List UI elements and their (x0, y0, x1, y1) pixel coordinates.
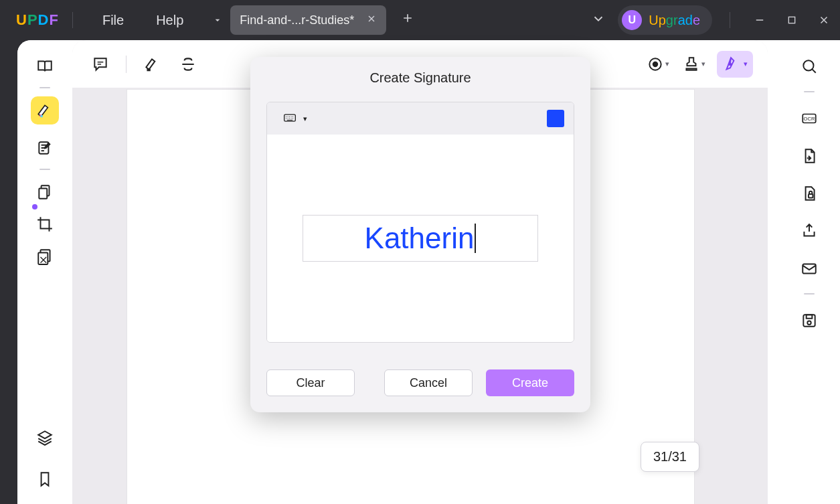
pen-nib-icon (722, 56, 740, 73)
separator (804, 293, 815, 295)
svg-point-16 (807, 321, 811, 325)
svg-point-9 (803, 60, 813, 70)
layers-button[interactable] (31, 424, 59, 452)
menu-file[interactable]: File (96, 13, 131, 28)
signature-tool-button[interactable]: ▾ (717, 51, 753, 78)
ocr-button[interactable]: OCR (795, 104, 823, 133)
bookmark-icon (36, 471, 54, 488)
title-bar: UPDF File Help Find-and-...r-Studies* U … (0, 0, 840, 40)
svg-point-7 (653, 62, 658, 66)
caret-down-icon: ▾ (303, 114, 307, 123)
shape-icon (647, 56, 664, 73)
protect-button[interactable] (795, 179, 823, 207)
signature-text-value: Katherin (365, 222, 475, 255)
keyboard-icon (280, 112, 299, 125)
separator (126, 56, 127, 73)
redact-icon (36, 248, 54, 265)
divider (72, 12, 73, 28)
menu-help[interactable]: Help (149, 13, 190, 28)
divider (730, 12, 730, 28)
caret-down-icon (212, 15, 223, 25)
signature-text-input[interactable]: Katherin (303, 215, 538, 262)
window-menu-dropdown[interactable] (583, 7, 614, 33)
close-icon (818, 14, 830, 26)
crop-pages-button[interactable] (31, 210, 59, 238)
separator (39, 169, 50, 170)
title-bar-right: U Upgrade (583, 0, 840, 40)
layers-icon (36, 429, 54, 446)
window-minimize-button[interactable] (744, 7, 776, 33)
clear-button[interactable]: Clear (266, 369, 355, 396)
pages-icon (36, 183, 54, 201)
convert-button[interactable] (795, 142, 823, 170)
new-tab-button[interactable] (401, 11, 414, 29)
strikethrough-button[interactable] (175, 51, 201, 78)
signature-toolbar: ▾ (267, 102, 574, 135)
svg-rect-13 (803, 264, 816, 274)
highlight-button[interactable] (139, 51, 165, 78)
window-maximize-button[interactable] (776, 7, 808, 33)
highlighter-icon (36, 102, 54, 119)
close-icon (366, 13, 377, 24)
text-cursor (475, 224, 476, 253)
save-button[interactable] (795, 307, 823, 335)
svg-text:OCR: OCR (804, 116, 815, 122)
highlighter-icon (143, 56, 161, 73)
caret-down-icon: ▾ (744, 60, 748, 68)
create-signature-dialog: Create Signature ▾ Katherin Clear Cancel… (250, 57, 590, 412)
search-icon (801, 58, 818, 75)
svg-rect-3 (39, 189, 47, 199)
stamp-tool-button[interactable]: ▾ (681, 51, 707, 78)
chevron-down-icon (591, 11, 606, 26)
separator (39, 87, 50, 88)
dialog-actions: Clear Cancel Create (250, 343, 590, 399)
caret-down-icon: ▾ (701, 60, 705, 68)
create-button[interactable]: Create (486, 369, 574, 396)
tab-list-dropdown[interactable] (206, 5, 229, 35)
stamp-icon (683, 56, 700, 73)
sticky-note-button[interactable] (87, 51, 114, 78)
ocr-icon: OCR (801, 110, 818, 127)
document-tab[interactable]: Find-and-...r-Studies* (230, 5, 386, 35)
svg-point-8 (730, 63, 732, 65)
book-open-icon (36, 58, 54, 75)
keyboard-input-mode-button[interactable]: ▾ (276, 109, 311, 128)
upgrade-button[interactable]: U Upgrade (618, 5, 712, 35)
organize-pages-button[interactable] (31, 178, 59, 206)
minimize-icon (754, 14, 766, 26)
share-icon (801, 222, 818, 240)
plus-icon (401, 11, 414, 25)
bookmarks-button[interactable] (31, 465, 59, 493)
signature-canvas[interactable]: Katherin (267, 135, 574, 342)
redact-button[interactable] (31, 242, 59, 270)
note-pencil-icon (36, 139, 54, 157)
email-button[interactable] (795, 254, 823, 282)
left-sidebar (17, 40, 72, 504)
app-logo: UPDF (16, 11, 59, 29)
page-indicator[interactable]: 31/31 (641, 442, 699, 472)
cancel-button[interactable]: Cancel (384, 369, 473, 396)
window-close-button[interactable] (808, 7, 840, 33)
envelope-icon (801, 260, 818, 277)
signature-color-picker[interactable] (547, 110, 564, 127)
save-icon (801, 312, 818, 329)
comment-icon (92, 56, 109, 73)
right-sidebar: OCR (778, 40, 840, 504)
reader-mode-button[interactable] (31, 52, 59, 80)
strikethrough-icon (179, 56, 197, 73)
export-file-icon (801, 147, 818, 165)
upgrade-label: Upgrade (649, 13, 700, 28)
svg-rect-0 (788, 17, 794, 23)
tab-close-button[interactable] (366, 13, 377, 27)
crop-icon (36, 216, 54, 233)
share-button[interactable] (795, 217, 823, 245)
caret-down-icon: ▾ (665, 60, 669, 68)
edit-mode-button[interactable] (31, 134, 59, 162)
signature-panel: ▾ Katherin (266, 102, 574, 343)
search-button[interactable] (795, 52, 823, 80)
shape-tool-button[interactable]: ▾ (645, 51, 671, 78)
separator (804, 91, 815, 92)
svg-rect-15 (807, 315, 813, 318)
comment-mode-button[interactable] (31, 96, 59, 124)
file-lock-icon (801, 185, 818, 202)
